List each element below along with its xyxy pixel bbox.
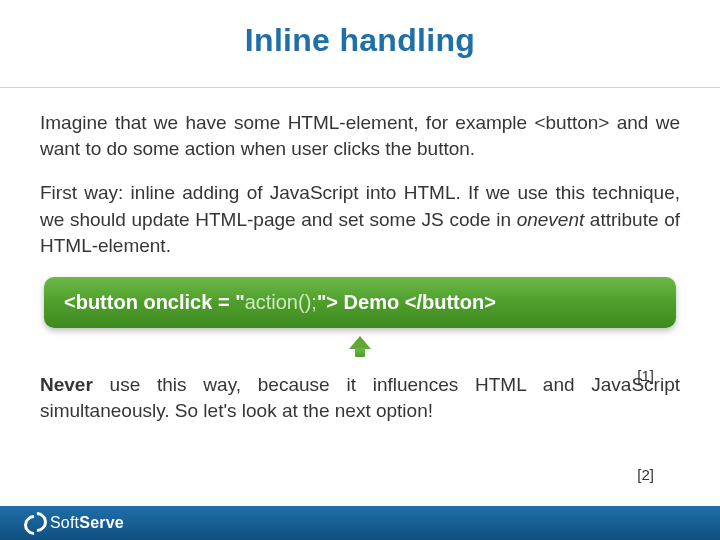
slide: Inline handling Imagine that we have som… <box>0 0 720 540</box>
paragraph-3-rest: use this way, because it influences HTML… <box>40 374 680 421</box>
paragraph-3: Never use this way, because it influence… <box>40 372 680 424</box>
paragraph-2: First way: inline adding of JavaScript i… <box>40 180 680 259</box>
footer: SoftServe <box>0 506 720 540</box>
brand-name: SoftServe <box>50 514 124 532</box>
code-part-a: <button onclick = " <box>64 291 245 313</box>
paragraph-1: Imagine that we have some HTML-element, … <box>40 110 680 162</box>
code-part-dim: action(); <box>245 291 317 313</box>
code-part-b: "> Demo </button> <box>317 291 496 313</box>
arrow-up-icon <box>349 336 371 358</box>
brand-serve: Serve <box>79 514 124 531</box>
code-example: <button onclick = "action();"> Demo </bu… <box>44 277 676 328</box>
paragraph-3-bold: Never <box>40 374 93 395</box>
reference-1: [1] <box>637 367 654 384</box>
divider <box>0 87 720 88</box>
slide-title: Inline handling <box>40 22 680 59</box>
paragraph-2-italic: onevent <box>517 209 585 230</box>
reference-2: [2] <box>637 466 654 483</box>
arrow-container <box>40 336 680 362</box>
brand-soft: Soft <box>50 514 79 531</box>
logo-icon <box>22 512 44 534</box>
